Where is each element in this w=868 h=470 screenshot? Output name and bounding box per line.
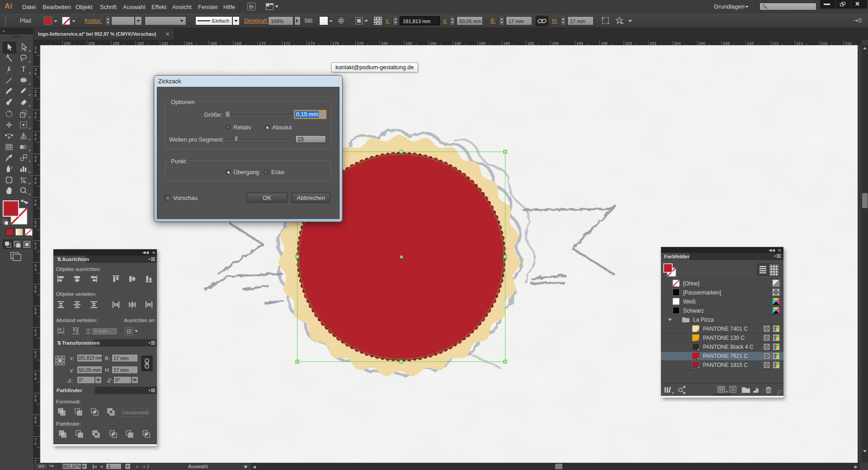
svg-text:202: 202 xyxy=(650,41,656,46)
svg-text:PANTONE 130 C: PANTONE 130 C xyxy=(703,335,745,341)
svg-text:186: 186 xyxy=(454,41,461,46)
svg-text:0: 0 xyxy=(34,115,37,119)
svg-text:166: 166 xyxy=(210,41,217,46)
svg-text:50,05 mm: 50,05 mm xyxy=(79,367,101,373)
svg-text:208: 208 xyxy=(723,41,730,46)
svg-text:Umwandeln: Umwandeln xyxy=(122,410,149,415)
svg-text:218: 218 xyxy=(845,41,852,46)
svg-text:B:: B: xyxy=(105,356,110,361)
svg-text:PANTONE Black 4 C: PANTONE Black 4 C xyxy=(703,344,754,350)
svg-text:Weiß: Weiß xyxy=(683,299,696,305)
svg-text:⇅: ⇅ xyxy=(57,340,61,346)
svg-text:204: 204 xyxy=(674,41,681,46)
svg-text:Abstand verteilen:: Abstand verteilen: xyxy=(56,318,98,323)
svg-text:✕: ✕ xyxy=(778,248,781,253)
svg-text:T: T xyxy=(21,66,26,73)
svg-text:0 mm: 0 mm xyxy=(94,328,107,334)
svg-text:196: 196 xyxy=(576,41,583,46)
svg-text:◀◀: ◀◀ xyxy=(142,250,149,255)
svg-text:8: 8 xyxy=(34,93,37,98)
svg-text:Farbfelder: Farbfelder xyxy=(664,254,690,259)
svg-text:214: 214 xyxy=(796,41,803,46)
svg-text:176: 176 xyxy=(332,41,339,46)
svg-text:210: 210 xyxy=(747,41,754,46)
svg-text:188: 188 xyxy=(479,41,486,46)
svg-text:8: 8 xyxy=(34,420,37,424)
svg-text:PANTONE 1815 C: PANTONE 1815 C xyxy=(703,362,748,368)
svg-text:Transformieren: Transformieren xyxy=(62,340,100,346)
svg-text:182: 182 xyxy=(406,41,412,46)
svg-text:0: 0 xyxy=(34,332,37,337)
svg-text:168: 168 xyxy=(235,41,241,46)
svg-text:206: 206 xyxy=(698,41,705,46)
svg-text:212: 212 xyxy=(772,41,778,46)
svg-text:6: 6 xyxy=(34,398,37,403)
svg-text:160: 160 xyxy=(137,41,144,46)
svg-text:6: 6 xyxy=(34,71,37,76)
svg-text:172: 172 xyxy=(283,41,290,46)
svg-text:◀◀: ◀◀ xyxy=(769,248,775,252)
svg-text:Schwarz: Schwarz xyxy=(683,308,704,314)
svg-text:2: 2 xyxy=(34,137,37,141)
svg-text:Pathfinder:: Pathfinder: xyxy=(56,421,81,427)
svg-text::: : xyxy=(71,378,73,384)
svg-text:2: 2 xyxy=(34,354,37,359)
svg-text:174: 174 xyxy=(308,41,315,46)
svg-text:⇅: ⇅ xyxy=(57,256,61,262)
svg-text:192: 192 xyxy=(528,41,534,46)
svg-text:200: 200 xyxy=(625,41,632,46)
svg-text:216: 216 xyxy=(821,41,827,46)
svg-text:Objekte verteilen:: Objekte verteilen: xyxy=(56,291,97,297)
svg-text:4: 4 xyxy=(34,267,37,272)
svg-text:0: 0 xyxy=(34,224,37,228)
svg-text:0: 0 xyxy=(34,442,37,446)
svg-text:190: 190 xyxy=(503,41,510,46)
svg-text:8: 8 xyxy=(34,311,37,315)
svg-text:Formmodi:: Formmodi: xyxy=(56,399,81,404)
svg-text:Pathfinder: Pathfinder xyxy=(57,388,82,393)
svg-text:✕: ✕ xyxy=(152,250,156,255)
svg-text:0°: 0° xyxy=(115,377,120,383)
svg-text:x:: x: xyxy=(70,356,74,361)
svg-text:PANTONE 7621 C: PANTONE 7621 C xyxy=(703,353,748,359)
svg-text:17 mm: 17 mm xyxy=(113,356,129,361)
svg-text:2: 2 xyxy=(34,246,37,250)
svg-text:162: 162 xyxy=(161,41,168,46)
svg-text:170: 170 xyxy=(259,41,266,46)
svg-text:Objekte ausrichten:: Objekte ausrichten: xyxy=(56,266,101,272)
svg-text:[Ohne]: [Ohne] xyxy=(683,280,699,287)
svg-text:184: 184 xyxy=(430,41,437,46)
svg-text:y:: y: xyxy=(70,367,74,373)
svg-text:Ausrichten an:: Ausrichten an: xyxy=(124,318,156,323)
svg-text:17 mm: 17 mm xyxy=(113,367,129,373)
svg-text:156: 156 xyxy=(88,41,95,46)
svg-text:154: 154 xyxy=(64,41,71,46)
svg-text:7: 7 xyxy=(34,459,37,463)
svg-text:6: 6 xyxy=(34,180,37,185)
svg-text:6: 6 xyxy=(34,289,37,294)
svg-text:«: « xyxy=(3,29,5,33)
svg-text:[Passermarken]: [Passermarken] xyxy=(683,290,721,296)
svg-text:La Pizza: La Pizza xyxy=(693,317,714,323)
svg-text:198: 198 xyxy=(601,41,608,46)
svg-text:178: 178 xyxy=(357,41,363,46)
svg-text:164: 164 xyxy=(186,41,193,46)
svg-text:4: 4 xyxy=(34,158,37,163)
svg-text:4: 4 xyxy=(34,376,37,381)
svg-text:Ausrichten: Ausrichten xyxy=(62,256,89,262)
svg-text:181,813 mm: 181,813 mm xyxy=(78,356,103,361)
svg-text:6: 6 xyxy=(34,372,37,376)
svg-text:158: 158 xyxy=(113,41,119,46)
svg-text:H:: H: xyxy=(105,367,110,373)
svg-text:4: 4 xyxy=(34,50,37,54)
svg-text:194: 194 xyxy=(552,41,559,46)
svg-text:8: 8 xyxy=(34,202,37,207)
svg-text:180: 180 xyxy=(381,41,388,46)
svg-text:PANTONE 7401 C: PANTONE 7401 C xyxy=(703,326,748,332)
svg-text:0°: 0° xyxy=(79,377,84,383)
